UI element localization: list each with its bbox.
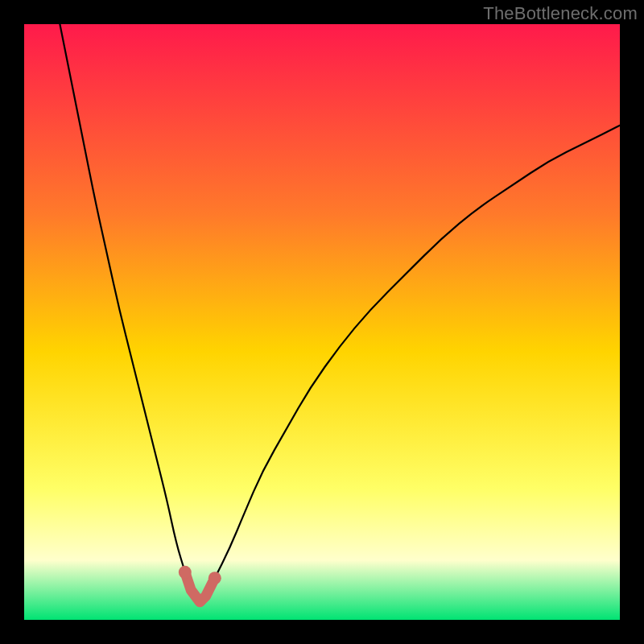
gradient-background (24, 24, 620, 620)
chart-frame: TheBottleneck.com (0, 0, 644, 644)
plot-area (24, 24, 620, 620)
watermark-text: TheBottleneck.com (483, 3, 638, 24)
highlight-dot-left (179, 566, 192, 579)
bottleneck-chart (24, 24, 620, 620)
highlight-dot-right (208, 572, 221, 584)
